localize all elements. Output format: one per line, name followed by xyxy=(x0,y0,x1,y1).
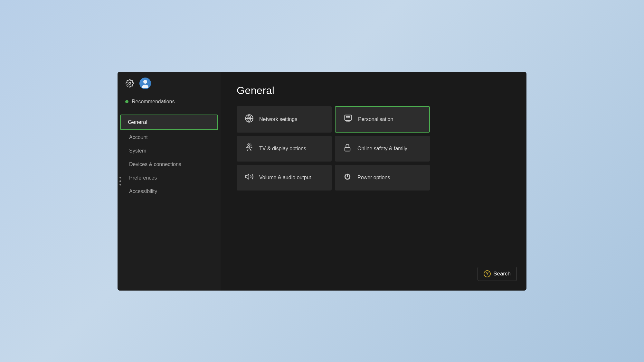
sidebar-item-devices[interactable]: Devices & connections xyxy=(118,158,221,171)
svg-marker-8 xyxy=(245,174,249,179)
sidebar-item-accessibility[interactable]: Accessibility xyxy=(118,185,221,198)
volume-label: Volume & audio output xyxy=(259,175,311,181)
avatar[interactable] xyxy=(139,78,151,89)
tv-display-tile[interactable]: TV & display options xyxy=(237,136,332,162)
svg-point-2 xyxy=(142,85,148,88)
sidebar-divider xyxy=(123,111,215,111)
settings-window: Recommendations General Account System D… xyxy=(118,72,526,291)
network-icon xyxy=(244,114,254,125)
sidebar-preferences-label: Preferences xyxy=(129,175,157,181)
network-settings-tile[interactable]: Network settings xyxy=(237,106,332,133)
sidebar-item-account[interactable]: Account xyxy=(118,131,221,144)
sidebar-item-preferences[interactable]: Preferences xyxy=(118,171,221,185)
volume-icon xyxy=(244,172,254,183)
search-button[interactable]: Y Search xyxy=(478,267,517,281)
main-content: General Network settings xyxy=(221,72,526,291)
svg-rect-4 xyxy=(345,115,352,120)
sidebar-general-label: General xyxy=(128,119,147,125)
dots-menu-dot xyxy=(119,184,121,185)
sidebar-header xyxy=(118,72,221,95)
settings-grid: Network settings Personalisation xyxy=(237,106,430,190)
dots-menu-dot xyxy=(119,180,121,182)
sidebar-recommendations[interactable]: Recommendations xyxy=(118,95,221,108)
recommendations-label: Recommendations xyxy=(132,99,175,105)
svg-point-5 xyxy=(249,144,250,146)
sidebar-devices-label: Devices & connections xyxy=(129,162,181,167)
y-button-icon: Y xyxy=(484,270,491,277)
sidebar-item-general[interactable]: General xyxy=(120,115,218,130)
online-safety-label: Online safety & family xyxy=(357,146,407,152)
online-indicator xyxy=(125,100,128,103)
lock-icon xyxy=(343,143,352,154)
sidebar-account-label: Account xyxy=(129,135,148,140)
page-title: General xyxy=(237,85,510,97)
tv-display-label: TV & display options xyxy=(259,146,306,152)
dots-menu-dot xyxy=(119,177,121,178)
power-icon xyxy=(343,172,352,183)
search-label: Search xyxy=(493,271,511,277)
power-tile[interactable]: Power options xyxy=(335,165,430,190)
network-settings-label: Network settings xyxy=(259,116,297,122)
svg-rect-7 xyxy=(345,147,350,151)
online-safety-tile[interactable]: Online safety & family xyxy=(335,136,430,162)
power-label: Power options xyxy=(357,175,390,181)
sidebar-accessibility-label: Accessibility xyxy=(129,189,157,194)
svg-point-1 xyxy=(143,80,147,84)
settings-icon[interactable] xyxy=(124,78,136,89)
svg-point-0 xyxy=(129,82,131,84)
sidebar-system-label: System xyxy=(129,148,146,153)
sidebar: Recommendations General Account System D… xyxy=(118,72,221,291)
personalisation-icon xyxy=(343,114,353,125)
volume-tile[interactable]: Volume & audio output xyxy=(237,165,332,190)
tv-display-icon xyxy=(244,143,254,154)
personalisation-tile[interactable]: Personalisation xyxy=(335,106,430,133)
sidebar-item-system[interactable]: System xyxy=(118,144,221,158)
personalisation-label: Personalisation xyxy=(358,116,393,122)
